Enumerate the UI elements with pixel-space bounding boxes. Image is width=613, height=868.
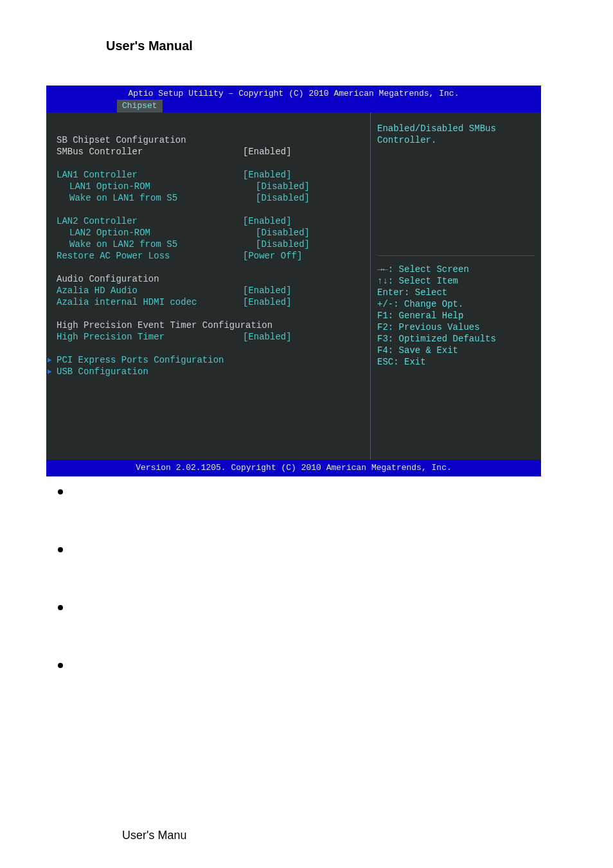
item-azalia-hd-audio[interactable]: Azalia HD Audio[Enabled]	[57, 285, 365, 296]
bullet-icon	[58, 547, 63, 552]
key-esc-exit: ESC: Exit	[377, 356, 535, 368]
doc-header: User's Manual	[106, 39, 613, 53]
item-restore-ac-power-loss[interactable]: Restore AC Power Loss[Power Off]	[57, 250, 365, 262]
bullet-icon	[58, 605, 63, 610]
item-wake-lan1-s5[interactable]: Wake on LAN1 from S5[Disabled]	[57, 192, 365, 204]
item-lan2-controller[interactable]: LAN2 Controller[Enabled]	[57, 215, 365, 227]
bios-title: Aptio Setup Utility – Copyright (C) 2010…	[46, 86, 541, 100]
key-select-item: ↑↓: Select Item	[377, 275, 535, 287]
key-enter-select: Enter: Select	[377, 287, 535, 298]
help-divider	[377, 255, 535, 256]
help-text-line2: Controller.	[377, 134, 535, 146]
item-smbus-controller[interactable]: SMBus Controller[Enabled]	[57, 146, 365, 158]
bios-screenshot: Aptio Setup Utility – Copyright (C) 2010…	[46, 86, 541, 476]
key-select-screen: →←: Select Screen	[377, 264, 535, 275]
doc-footer: User's Manu	[122, 829, 186, 842]
bios-footer: Version 2.02.1205. Copyright (C) 2010 Am…	[46, 460, 541, 476]
section-sb-chipset: SB Chipset Configuration	[57, 134, 365, 146]
page: User's Manual Aptio Setup Utility – Copy…	[0, 0, 613, 868]
section-audio-config: Audio Configuration	[57, 273, 365, 285]
help-text-line1: Enabled/Disabled SMBus	[377, 123, 535, 134]
item-azalia-hdmi-codec[interactable]: Azalia internal HDMI codec[Enabled]	[57, 296, 365, 308]
key-general-help: F1: General Help	[377, 310, 535, 321]
bullet-icon	[58, 663, 63, 668]
section-hpet-config: High Precision Event Timer Configuration	[57, 320, 365, 331]
submenu-pci-express-ports[interactable]: PCI Express Ports Configuration	[57, 354, 365, 366]
bios-tab-row: Chipset	[46, 100, 541, 113]
bullet-list	[58, 489, 613, 668]
submenu-usb-configuration[interactable]: USB Configuration	[57, 366, 365, 377]
item-lan2-option-rom[interactable]: LAN2 Option-ROM[Disabled]	[57, 227, 365, 239]
item-high-precision-timer[interactable]: High Precision Timer[Enabled]	[57, 331, 365, 343]
item-wake-lan2-s5[interactable]: Wake on LAN2 from S5[Disabled]	[57, 239, 365, 250]
key-save-exit: F4: Save & Exit	[377, 345, 535, 356]
bios-left-pane: SB Chipset Configuration SMBus Controlle…	[46, 113, 370, 460]
item-lan1-option-rom[interactable]: LAN1 Option-ROM[Disabled]	[57, 181, 365, 192]
bullet-icon	[58, 489, 63, 494]
key-previous-values: F2: Previous Values	[377, 321, 535, 333]
bios-body: SB Chipset Configuration SMBus Controlle…	[46, 113, 541, 460]
key-change-opt: +/-: Change Opt.	[377, 298, 535, 310]
tab-chipset[interactable]: Chipset	[117, 100, 163, 113]
item-lan1-controller[interactable]: LAN1 Controller[Enabled]	[57, 169, 365, 181]
bios-right-pane: Enabled/Disabled SMBus Controller. →←: S…	[370, 113, 541, 460]
key-optimized-defaults: F3: Optimized Defaults	[377, 333, 535, 345]
